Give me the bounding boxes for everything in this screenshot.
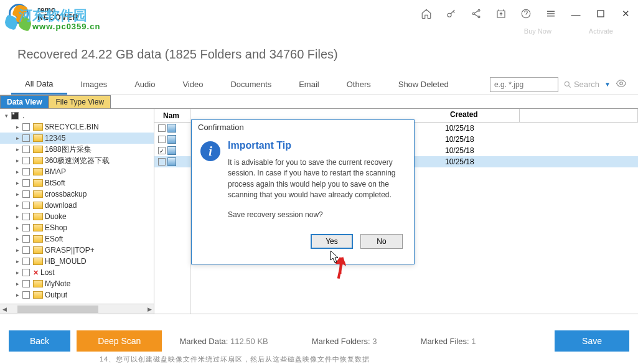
menu-icon[interactable] <box>538 1 563 26</box>
tree-item-label: download <box>45 201 77 210</box>
tree-item[interactable]: ▸$RECYCLE.BIN <box>0 121 154 133</box>
tab-show-deleted[interactable]: Show Deleted <box>385 74 462 95</box>
confirmation-dialog: Confirmation i Important Tip It is advis… <box>191 119 415 264</box>
created-cell: 10/25/18 <box>445 124 520 133</box>
tree-root[interactable]: ▾. <box>0 110 154 121</box>
checkbox-icon[interactable] <box>22 179 30 187</box>
tree-item[interactable]: ▸EShop <box>0 222 154 233</box>
checkbox-icon[interactable] <box>22 224 30 231</box>
file-icon <box>167 146 176 155</box>
checkbox-icon[interactable] <box>22 168 30 175</box>
tree-item[interactable]: ▸crossbackup <box>0 189 154 200</box>
search-label: Search <box>574 80 599 89</box>
folder-icon <box>33 168 43 175</box>
checkbox-icon[interactable] <box>22 123 30 131</box>
tree-item-label: Duoke <box>45 212 67 221</box>
checkbox-icon[interactable] <box>22 202 30 209</box>
checkbox-icon[interactable] <box>22 280 30 287</box>
checkbox-icon[interactable] <box>158 158 166 166</box>
maximize-button[interactable] <box>588 4 613 23</box>
checkbox-icon[interactable] <box>22 157 30 164</box>
tree-item-label: 12345 <box>45 134 65 142</box>
checkbox-icon[interactable] <box>158 147 166 154</box>
svg-point-1 <box>478 9 480 11</box>
tab-images[interactable]: Images <box>67 74 121 95</box>
tree-item[interactable]: ▸Output <box>0 289 154 301</box>
file-name-column: Nam <box>154 109 190 314</box>
activate-link[interactable]: Activate <box>589 27 613 39</box>
folder-icon <box>33 280 43 287</box>
tree-item[interactable]: ▸HB_MOULD <box>0 256 154 267</box>
watermark-icon <box>5 5 35 35</box>
marked-files-info: Marked Files: 1 <box>421 337 476 346</box>
tree-item[interactable]: ▸GRASP||TOP+ <box>0 245 154 256</box>
search-dropdown-icon[interactable]: ▼ <box>604 81 611 88</box>
update-icon[interactable] <box>489 1 514 26</box>
tab-audio[interactable]: Audio <box>121 74 169 95</box>
help-icon[interactable] <box>514 1 538 26</box>
checkbox-icon[interactable] <box>22 146 30 153</box>
checkbox-icon[interactable] <box>22 213 30 220</box>
file-row[interactable] <box>154 123 190 134</box>
tab-email[interactable]: Email <box>285 74 333 95</box>
buy-link[interactable]: Buy Now <box>524 27 551 39</box>
tree-item[interactable]: ▸download <box>0 200 154 211</box>
back-button[interactable]: Back <box>9 330 70 352</box>
checkbox-icon[interactable] <box>158 124 166 132</box>
svg-point-8 <box>620 82 623 85</box>
tree-item[interactable]: ▸1688图片采集 <box>0 144 154 155</box>
tab-others[interactable]: Others <box>333 74 385 95</box>
created-column-header[interactable]: Created <box>445 109 520 122</box>
tree-item[interactable]: ▸BtSoft <box>0 177 154 189</box>
checkbox-icon[interactable] <box>22 291 30 299</box>
tree-item[interactable]: ▸12345 <box>0 133 154 144</box>
created-cell: 10/25/18 <box>445 146 520 155</box>
tree-item[interactable]: ▸Duoke <box>0 211 154 222</box>
data-view-tab[interactable]: Data View <box>0 95 49 108</box>
search-button[interactable]: Search <box>563 80 599 89</box>
tree-item-label: MyNote <box>45 279 70 288</box>
yes-button[interactable]: Yes <box>311 234 353 249</box>
tab-video[interactable]: Video <box>169 74 217 95</box>
file-type-view-tab[interactable]: File Type View <box>49 95 111 108</box>
tree-item[interactable]: ▸360极速浏览器下载 <box>0 155 154 166</box>
share-icon[interactable] <box>464 1 489 26</box>
tree-item-label: BMAP <box>45 167 66 176</box>
checkbox-icon[interactable] <box>22 269 30 276</box>
no-button[interactable]: No <box>360 234 403 249</box>
save-button[interactable]: Save <box>555 330 629 352</box>
tree-item[interactable]: ▸ESoft <box>0 233 154 245</box>
tab-all-data[interactable]: All Data <box>11 74 67 95</box>
tab-documents[interactable]: Documents <box>217 74 285 95</box>
tree-item[interactable]: ▸BMAP <box>0 166 154 177</box>
checkbox-icon[interactable] <box>11 112 19 119</box>
key-icon[interactable] <box>439 1 464 26</box>
tree-hscrollbar[interactable]: ◀▶ <box>0 304 154 314</box>
checkbox-icon[interactable] <box>22 190 30 198</box>
info-icon: i <box>200 141 220 161</box>
deleted-icon: ✕ <box>33 269 39 277</box>
tree-item-label: crossbackup <box>45 190 87 198</box>
file-row[interactable] <box>154 156 190 167</box>
name-column-header[interactable]: Nam <box>154 109 190 123</box>
folder-icon <box>33 291 43 299</box>
tree-item[interactable]: ▸✕Lost <box>0 267 154 278</box>
checkbox-icon[interactable] <box>22 235 30 243</box>
minimize-button[interactable]: — <box>563 4 588 23</box>
checkbox-icon[interactable] <box>158 136 166 143</box>
checkbox-icon[interactable] <box>22 246 30 254</box>
view-mode-tabs: Data View File Type View <box>0 95 638 109</box>
search-input[interactable] <box>490 77 558 92</box>
file-row[interactable] <box>154 134 190 145</box>
home-icon[interactable] <box>414 1 439 26</box>
folder-icon <box>33 157 43 164</box>
preview-toggle-icon[interactable] <box>616 78 627 91</box>
tree-item[interactable]: ▸MyNote <box>0 278 154 289</box>
checkbox-icon[interactable] <box>22 134 30 142</box>
deep-scan-button[interactable]: Deep Scan <box>77 330 162 352</box>
search-icon <box>563 80 572 89</box>
svg-rect-6 <box>598 11 604 17</box>
checkbox-icon[interactable] <box>22 258 30 265</box>
close-button[interactable]: ✕ <box>613 4 638 23</box>
file-row[interactable] <box>154 145 190 156</box>
